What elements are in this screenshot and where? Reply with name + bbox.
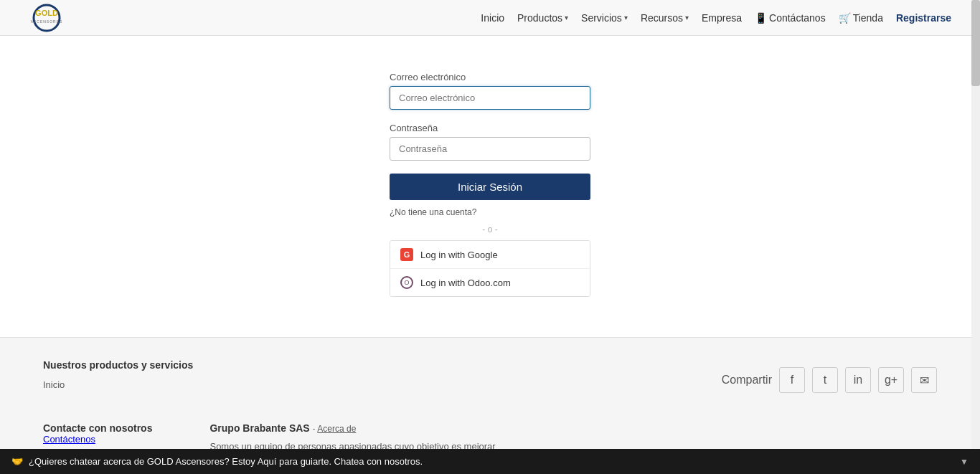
header: GOLD ASCENSORES Inicio Productos ▾ Servi… [0,0,980,36]
separator: - o - [390,224,590,234]
no-account-text: ¿No tiene una cuenta? [390,207,590,217]
svg-text:GOLD: GOLD [35,9,58,17]
about-link[interactable]: Acerca de [317,424,356,434]
email-icon: ✉ [920,374,929,387]
login-form: Correo electrónico Contraseña Iniciar Se… [390,72,590,297]
google-login-button[interactable]: G Log in with Google [390,241,590,269]
odoo-login-button[interactable]: O Log in with Odoo.com [390,269,590,296]
logo[interactable]: GOLD ASCENSORES [29,4,69,32]
facebook-icon: f [791,374,793,387]
chat-emoji: 🤝 [11,456,23,467]
share-email-button[interactable]: ✉ [911,367,937,393]
main-content: Correo electrónico Contraseña Iniciar Se… [0,36,980,337]
footer-products-title: Nuestros productos y servicios [43,359,193,371]
scrollbar-thumb[interactable] [971,0,980,86]
odoo-login-label: Log in with Odoo.com [420,278,511,288]
footer-products-col: Nuestros productos y servicios Inicio [43,359,193,394]
footer-contact-link: Contáctenos [43,434,152,445]
footer-top: Nuestros productos y servicios Inicio Co… [0,337,980,408]
chevron-down-icon: ▾ [624,14,628,22]
svg-text:ASCENSORES: ASCENSORES [31,19,63,24]
password-input[interactable] [390,137,590,161]
chevron-down-icon: ▾ [685,14,689,22]
share-linkedin-button[interactable]: in [845,367,871,393]
share-facebook-button[interactable]: f [779,367,805,393]
twitter-icon: t [824,374,826,387]
phone-header-icon: 📱 [755,12,767,24]
footer-about-title: Grupo Brabante SAS - Acerca de [209,422,496,434]
social-login-box: G Log in with Google O Log in with Odoo.… [390,240,590,297]
email-input[interactable] [390,86,590,110]
contactanos-link[interactable]: Contáctenos [43,434,95,445]
cart-icon: 🛒 [839,12,851,24]
nav-productos[interactable]: Productos ▾ [517,12,568,24]
google-icon: G [400,248,413,261]
odoo-icon: O [400,276,413,289]
share-twitter-button[interactable]: t [812,367,838,393]
share-label: Compartir [722,374,772,387]
nav-inicio[interactable]: Inicio [481,12,504,24]
chat-bubble[interactable]: 🤝 ¿Quieres chatear acerca de GOLD Ascens… [0,449,980,474]
chevron-down-icon: ▾ [565,14,568,22]
scrollbar-track[interactable] [971,0,980,474]
nav-registrarse[interactable]: Registrarse [896,12,951,24]
nav-servicios[interactable]: Servicios ▾ [581,12,628,24]
main-nav: Inicio Productos ▾ Servicios ▾ Recursos … [481,12,951,24]
googleplus-icon: g+ [885,374,897,387]
chat-message: ¿Quieres chatear acerca de GOLD Ascensor… [29,456,423,467]
google-login-label: Log in with Google [420,250,498,260]
nav-recursos[interactable]: Recursos ▾ [641,12,689,24]
footer-inicio-link[interactable]: Inicio [43,379,193,390]
nav-contactanos[interactable]: 📱 Contáctanos [755,12,826,24]
chevron-down-icon: ▼ [960,457,969,467]
nav-tienda[interactable]: 🛒 Tienda [839,12,883,24]
login-button[interactable]: Iniciar Sesión [390,174,590,200]
email-label: Correo electrónico [390,72,590,82]
share-googleplus-button[interactable]: g+ [878,367,904,393]
nav-empresa[interactable]: Empresa [702,12,742,24]
password-label: Contraseña [390,123,590,133]
linkedin-icon: in [854,374,862,387]
share-section: Compartir f t in g+ ✉ [722,366,937,394]
footer-contact-title: Contacte con nosotros [43,422,152,434]
